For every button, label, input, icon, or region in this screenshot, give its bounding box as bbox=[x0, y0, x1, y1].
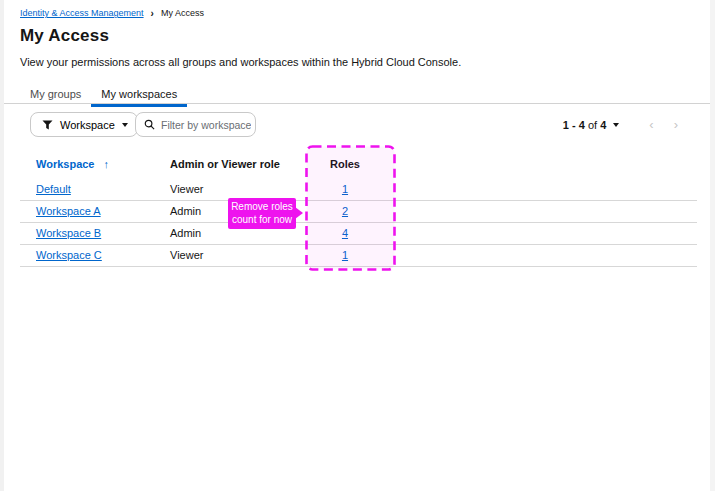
pagination-range: 1 - 4 of 4 bbox=[563, 119, 606, 131]
annotation-line-2: count for now bbox=[228, 213, 296, 226]
funnel-filter-icon bbox=[42, 120, 53, 130]
breadcrumb-current: My Access bbox=[161, 8, 204, 18]
workspace-filter-dropdown-button[interactable]: Workspace bbox=[30, 112, 138, 137]
role-cell: Viewer bbox=[170, 244, 300, 266]
annotation-tooltip: Remove roles count for now bbox=[228, 198, 296, 229]
chevron-down-icon bbox=[613, 123, 619, 127]
table-row: Workspace B Admin 4 bbox=[20, 222, 697, 244]
table-row: Default Viewer 1 bbox=[20, 178, 697, 200]
next-page-button[interactable]: › bbox=[664, 116, 688, 133]
workspace-link[interactable]: Default bbox=[36, 183, 71, 195]
chevron-down-icon bbox=[122, 123, 128, 127]
search-icon bbox=[144, 119, 155, 130]
workspace-filter-label: Workspace bbox=[60, 119, 115, 131]
workspace-search-box bbox=[135, 112, 256, 137]
breadcrumb: Identity & Access Management › My Access bbox=[20, 8, 204, 18]
pagination-nav: ‹ › bbox=[639, 116, 688, 133]
tabs-divider bbox=[4, 103, 710, 104]
left-edge-strip bbox=[0, 0, 4, 491]
roles-count-link[interactable]: 1 bbox=[342, 183, 348, 195]
role-cell: Viewer bbox=[170, 178, 300, 200]
my-access-page: Identity & Access Management › My Access… bbox=[4, 0, 710, 491]
roles-count-link[interactable]: 4 bbox=[342, 227, 348, 239]
table-header-row: Workspace↑ Admin or Viewer role Roles bbox=[20, 150, 697, 178]
previous-page-button[interactable]: ‹ bbox=[639, 116, 663, 133]
roles-count-link[interactable]: 2 bbox=[342, 205, 348, 217]
sort-ascending-icon: ↑ bbox=[104, 158, 110, 170]
workspace-link[interactable]: Workspace B bbox=[36, 227, 101, 239]
page-title: My Access bbox=[20, 26, 109, 46]
workspace-search-input[interactable] bbox=[161, 119, 251, 131]
workspace-link[interactable]: Workspace A bbox=[36, 205, 101, 217]
roles-count-link[interactable]: 1 bbox=[342, 249, 348, 261]
page-description: View your permissions across all groups … bbox=[20, 56, 461, 68]
workspace-link[interactable]: Workspace C bbox=[36, 249, 102, 261]
column-header-workspace[interactable]: Workspace↑ bbox=[20, 150, 170, 178]
chevron-right-icon: › bbox=[151, 9, 154, 18]
table-row: Workspace C Viewer 1 bbox=[20, 244, 697, 266]
column-header-role: Admin or Viewer role bbox=[170, 150, 300, 178]
annotation-line-1: Remove roles bbox=[228, 200, 296, 213]
tooltip-arrow-right-icon bbox=[295, 207, 303, 219]
breadcrumb-link-iam[interactable]: Identity & Access Management bbox=[20, 8, 144, 18]
table-row: Workspace A Admin 2 bbox=[20, 200, 697, 222]
right-edge-strip bbox=[710, 0, 715, 491]
workspaces-table: Workspace↑ Admin or Viewer role Roles De… bbox=[20, 150, 697, 267]
column-header-empty bbox=[390, 150, 697, 178]
pagination: 1 - 4 of 4 ‹ › bbox=[559, 112, 688, 137]
pagination-menu-toggle[interactable]: 1 - 4 of 4 bbox=[559, 115, 623, 135]
column-header-roles: Roles bbox=[300, 150, 390, 178]
